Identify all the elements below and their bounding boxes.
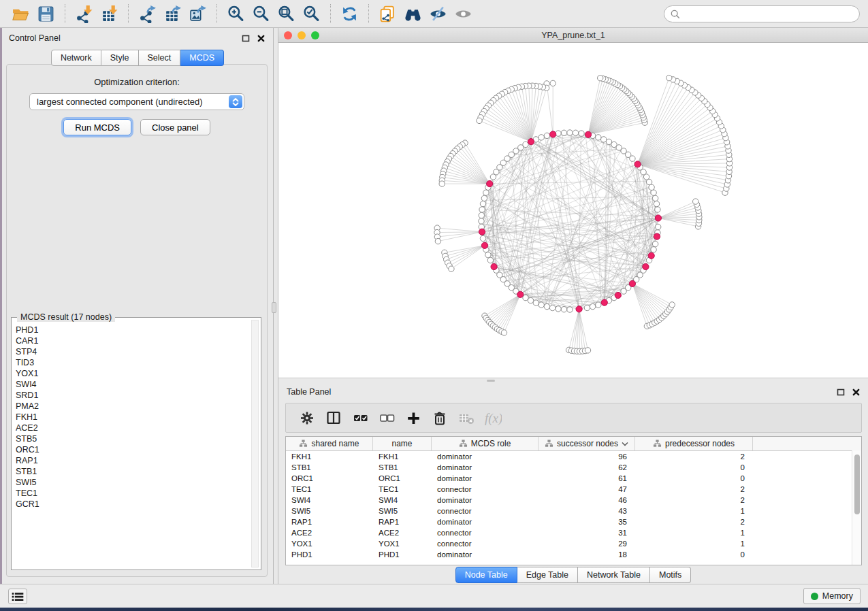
minimize-window-icon[interactable] (298, 31, 306, 39)
tree-icon (459, 440, 468, 448)
cell-predecessor-nodes: 1 (635, 527, 753, 538)
cell-successor-nodes: 35 (539, 516, 635, 527)
deselect-all-button[interactable] (374, 406, 400, 430)
network-window-titlebar[interactable]: YPA_prune.txt_1 (278, 28, 868, 43)
mcds-result-item[interactable]: TEC1 (16, 488, 248, 499)
horizontal-splitter[interactable] (278, 378, 868, 382)
find-icon (404, 5, 422, 23)
open-file-icon (12, 5, 30, 23)
tab-network[interactable]: Network (51, 50, 101, 66)
delete-button[interactable] (427, 406, 453, 430)
cell-predecessor-nodes: 1 (635, 506, 753, 516)
table-scrollbar[interactable] (852, 450, 861, 565)
gear-button[interactable] (294, 406, 321, 430)
mcds-result-item[interactable]: FKH1 (16, 412, 248, 423)
mcds-result-item[interactable]: STB5 (16, 433, 248, 444)
export-network-button[interactable] (135, 3, 160, 24)
delete-icon (432, 410, 449, 427)
mcds-result-item[interactable]: CAR1 (16, 335, 248, 346)
clone-network-button[interactable] (375, 3, 400, 24)
table-panel: Table Panel f(x) shared namenameMCDS rol… (278, 382, 868, 584)
criterion-select[interactable]: largest connected component (undirected) (29, 93, 244, 110)
tab-network-table[interactable]: Network Table (578, 567, 650, 583)
mcds-result-item[interactable]: PHD1 (16, 325, 248, 335)
tab-mcds[interactable]: MCDS (180, 50, 224, 66)
float-panel-icon[interactable] (242, 35, 250, 42)
table-row[interactable]: RAP1RAP1dominator352 (286, 516, 861, 527)
column-header-mcds-role[interactable]: MCDS role (432, 437, 539, 450)
zoom-out-button[interactable] (248, 3, 274, 24)
tab-node-table[interactable]: Node Table (455, 567, 517, 583)
maximize-window-icon[interactable] (311, 31, 319, 39)
select-all-button[interactable] (347, 406, 374, 430)
column-header-predecessor-nodes[interactable]: predecessor nodes (635, 437, 753, 450)
add-button[interactable] (400, 406, 427, 430)
refresh-button[interactable] (337, 3, 362, 24)
mcds-result-item[interactable]: PMA2 (16, 401, 248, 412)
mcds-result-item[interactable]: SRD1 (16, 390, 248, 401)
cell-successor-nodes: 29 (539, 538, 635, 549)
cell-successor-nodes: 46 (539, 495, 635, 506)
mcds-result-item[interactable]: GCR1 (16, 499, 248, 510)
node-table: shared namenameMCDS rolesuccessor nodesp… (285, 436, 862, 565)
hide-selected-button[interactable] (425, 3, 451, 24)
close-panel-icon[interactable] (257, 35, 265, 42)
table-row[interactable]: YOX1YOX1connector291 (286, 538, 861, 549)
mcds-result-item[interactable]: TID3 (16, 357, 248, 368)
network-graph[interactable] (278, 43, 868, 378)
result-list-scrollbar[interactable] (251, 320, 259, 567)
tab-motifs[interactable]: Motifs (650, 567, 691, 583)
close-panel-button[interactable]: Close panel (140, 119, 210, 135)
table-row[interactable]: SWI4SWI4dominator462 (286, 495, 861, 506)
open-file-button[interactable] (8, 3, 33, 24)
mcds-result-item[interactable]: STP4 (16, 346, 248, 357)
table-row[interactable]: PHD1PHD1dominator180 (286, 549, 861, 560)
table-scrollbar-thumb[interactable] (854, 455, 860, 514)
column-header-shared-name[interactable]: shared name (286, 437, 373, 450)
save-session-button[interactable] (33, 3, 59, 24)
network-canvas[interactable] (278, 43, 868, 378)
task-history-button[interactable] (8, 589, 27, 604)
close-table-panel-icon[interactable] (852, 389, 860, 396)
table-row[interactable]: ORC1ORC1dominator610 (286, 473, 861, 484)
tab-edge-table[interactable]: Edge Table (517, 567, 578, 583)
cell-predecessor-nodes: 2 (635, 516, 753, 527)
find-button[interactable] (400, 3, 425, 24)
mcds-result-item[interactable]: SWI4 (16, 379, 248, 390)
memory-button[interactable]: Memory (803, 588, 861, 604)
zoom-in-button[interactable] (223, 3, 248, 24)
mcds-result-item[interactable]: RAP1 (16, 455, 248, 466)
zoom-selected-button[interactable] (299, 3, 324, 24)
tab-select[interactable]: Select (139, 50, 181, 66)
run-mcds-button[interactable]: Run MCDS (63, 119, 131, 135)
cell-name: FKH1 (373, 451, 432, 462)
table-row[interactable]: FKH1FKH1dominator962 (286, 451, 861, 462)
float-table-panel-icon[interactable] (837, 389, 845, 396)
main-toolbar (0, 0, 868, 28)
import-network-button[interactable] (71, 3, 97, 24)
mcds-result-item[interactable]: ACE2 (16, 423, 248, 433)
export-table-button[interactable] (160, 3, 185, 24)
zoom-fit-button[interactable] (274, 3, 299, 24)
import-table-button[interactable] (97, 3, 122, 24)
cell-name: PHD1 (373, 549, 432, 560)
column-header-successor-nodes[interactable]: successor nodes (539, 437, 635, 450)
table-row[interactable]: TEC1TEC1connector472 (286, 484, 861, 495)
mcds-result-item[interactable]: YOX1 (16, 368, 248, 379)
tab-style[interactable]: Style (101, 50, 139, 66)
column-header-name[interactable]: name (373, 437, 432, 450)
mcds-result-item[interactable]: ORC1 (16, 444, 248, 455)
table-row[interactable]: STB1STB1dominator620 (286, 462, 861, 473)
split-columns-button[interactable] (321, 406, 347, 430)
criterion-value: largest connected component (undirected) (37, 97, 203, 107)
search-input[interactable] (664, 5, 860, 22)
panel-splitter-handle[interactable] (272, 302, 276, 313)
table-row[interactable]: SWI5SWI5connector431 (286, 506, 861, 516)
table-header-row: shared namenameMCDS rolesuccessor nodesp… (286, 437, 861, 451)
table-row[interactable]: ACE2ACE2connector311 (286, 527, 861, 538)
mcds-result-item[interactable]: SWI5 (16, 477, 248, 488)
close-window-icon[interactable] (284, 31, 292, 39)
tree-icon (299, 440, 308, 448)
export-image-button[interactable] (185, 3, 210, 24)
mcds-result-item[interactable]: STB1 (16, 466, 248, 477)
